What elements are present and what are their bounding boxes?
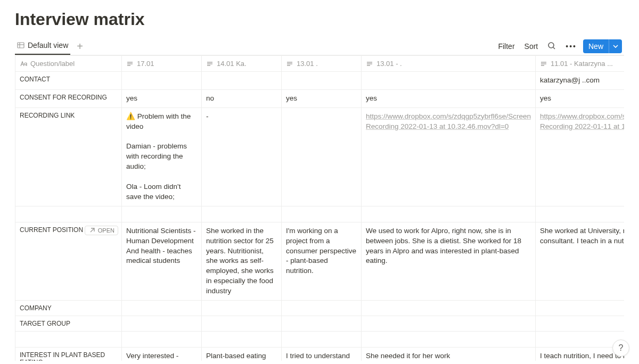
text-property-icon [286, 60, 293, 68]
table-row[interactable]: CONTACTkatarzyna@j ..comAmysimone@r... [15, 72, 625, 90]
table-row[interactable]: RECORDING LINK⚠️ Problem with the videoD… [15, 107, 625, 206]
row-label-cell[interactable]: TARGET GROUP [15, 316, 122, 332]
row-label: CONTACT [20, 76, 50, 83]
table-row-empty[interactable] [15, 332, 625, 348]
cell-content: https://www.dropbox.com/s/zdqgp5zybrfl6s… [366, 112, 531, 132]
help-button[interactable]: ? [612, 340, 629, 357]
table-cell[interactable] [535, 332, 624, 348]
table-cell[interactable] [202, 301, 282, 316]
table-cell[interactable] [122, 72, 202, 90]
table-cell[interactable] [362, 316, 536, 332]
table-row[interactable]: COMPANY [15, 301, 625, 316]
table-cell[interactable]: Very interested - global health, sustain… [122, 348, 202, 361]
table-cell[interactable]: katarzyna@j ..com [535, 72, 624, 90]
column-header[interactable]: 14.01 Ka. [202, 56, 282, 72]
more-button[interactable]: ••• [562, 40, 580, 53]
row-label-cell[interactable]: COMPANY [15, 301, 122, 316]
cell-content: ⚠️ Problem with the videoDamian - proble… [126, 112, 197, 202]
filter-button[interactable]: Filter [495, 40, 518, 53]
row-label-cell[interactable]: INTEREST IN PLANT BASED EATING [15, 348, 122, 361]
cell-content: katarzyna@j ..com [540, 76, 624, 86]
table-cell[interactable] [15, 206, 122, 222]
column-header-question[interactable]: Question/label [15, 56, 122, 72]
table-cell[interactable] [535, 206, 624, 222]
table-cell[interactable] [122, 316, 202, 332]
cell-content: yes [286, 94, 357, 104]
add-view-button[interactable]: + [73, 41, 86, 52]
table-cell[interactable] [282, 301, 362, 316]
new-button-dropdown[interactable] [609, 39, 622, 53]
table-cell[interactable]: yes [122, 89, 202, 107]
table-cell[interactable]: I'm working on a project from a consumer… [282, 222, 362, 300]
table-cell[interactable] [282, 316, 362, 332]
table-cell[interactable]: https://www.dropbox.com/s/3ub9fu7wd75srv… [535, 107, 624, 206]
table-cell[interactable] [362, 206, 536, 222]
table-cell[interactable] [282, 72, 362, 90]
row-label-cell[interactable]: CURRENT POSITION+ ⠿OPEN [15, 222, 122, 300]
search-button[interactable] [544, 39, 559, 54]
column-header[interactable]: 13.01 - . [362, 56, 536, 72]
table-cell[interactable]: Plant-based eating was a significant top… [202, 348, 282, 361]
page-title[interactable]: Interview matrix [15, 10, 624, 29]
text-property-icon [540, 60, 547, 68]
table-cell[interactable]: no [202, 89, 282, 107]
table-row[interactable]: CONSENT FOR RECORDINGyesnoyesyesyesyesye… [15, 89, 625, 107]
cell-content: She worked at University, right now, she… [540, 226, 624, 246]
table-cell[interactable] [202, 72, 282, 90]
table-cell[interactable]: https://www.dropbox.com/s/zdqgp5zybrfl6s… [362, 107, 536, 206]
column-header[interactable]: 17.01 [122, 56, 202, 72]
row-label-cell[interactable]: RECORDING LINK [15, 107, 122, 206]
table-row[interactable]: CURRENT POSITION+ ⠿OPENNutritional Scien… [15, 222, 625, 300]
table-cell[interactable]: She needed it for her work [362, 348, 536, 361]
table-cell[interactable]: I teach nutrition, I need to be up to da… [535, 348, 624, 361]
table-cell[interactable] [282, 107, 362, 206]
table-row-empty[interactable] [15, 206, 625, 222]
table-cell[interactable]: - [202, 107, 282, 206]
open-page-button[interactable]: OPEN [85, 226, 118, 235]
table-cell[interactable] [535, 301, 624, 316]
cell-content: I teach nutrition, I need to be up to da… [540, 351, 624, 361]
table-cell[interactable] [202, 206, 282, 222]
table-header-row: Question/label 17.01 14.01 Ka. 13.01 . 1… [15, 56, 625, 72]
column-header[interactable]: 11.01 - Katarzyna ... [535, 56, 624, 72]
table-cell[interactable]: yes [282, 89, 362, 107]
database-view-bar: Default view + Filter Sort ••• New [15, 38, 624, 55]
table-cell[interactable] [535, 316, 624, 332]
database-table: Question/label 17.01 14.01 Ka. 13.01 . 1… [15, 55, 624, 361]
new-button[interactable]: New [583, 39, 609, 53]
table-cell[interactable] [122, 301, 202, 316]
table-cell[interactable] [362, 332, 536, 348]
column-header[interactable]: 13.01 . [282, 56, 362, 72]
table-cell[interactable]: She worked in the nutrition sector for 2… [202, 222, 282, 300]
table-cell[interactable] [202, 332, 282, 348]
table-cell[interactable]: ⚠️ Problem with the videoDamian - proble… [122, 107, 202, 206]
table-cell[interactable] [202, 316, 282, 332]
svg-line-4 [553, 47, 555, 49]
cell-content: - [206, 112, 277, 122]
table-cell[interactable]: We used to work for Alpro, right now, sh… [362, 222, 536, 300]
cell-content: She needed it for her work [366, 351, 531, 361]
row-label-cell[interactable]: CONSENT FOR RECORDING [15, 89, 122, 107]
table-cell[interactable]: yes [535, 89, 624, 107]
row-label-cell[interactable]: CONTACT [15, 72, 122, 90]
view-tab-default[interactable]: Default view [15, 38, 70, 55]
cell-content: She worked in the nutrition sector for 2… [206, 226, 277, 296]
table-row[interactable]: TARGET GROUP [15, 316, 625, 332]
table-cell[interactable] [15, 332, 122, 348]
table-cell[interactable]: She worked at University, right now, she… [535, 222, 624, 300]
table-cell[interactable] [122, 206, 202, 222]
sort-button[interactable]: Sort [521, 40, 542, 53]
cell-content: Very interested - global health, sustain… [126, 351, 197, 361]
table-cell[interactable] [282, 332, 362, 348]
database-table-scroll[interactable]: Question/label 17.01 14.01 Ka. 13.01 . 1… [15, 55, 624, 361]
table-cell[interactable] [122, 332, 202, 348]
table-cell[interactable]: I tried to understand how people interpr… [282, 348, 362, 361]
table-cell[interactable]: Nutritional Scientists - Human Developme… [122, 222, 202, 300]
table-cell[interactable] [282, 206, 362, 222]
table-cell[interactable] [362, 72, 536, 90]
table-cell[interactable] [362, 301, 536, 316]
row-label: RECORDING LINK [20, 112, 75, 119]
cell-content: yes [126, 94, 197, 104]
table-row[interactable]: INTEREST IN PLANT BASED EATINGVery inter… [15, 348, 625, 361]
table-cell[interactable]: yes [362, 89, 536, 107]
